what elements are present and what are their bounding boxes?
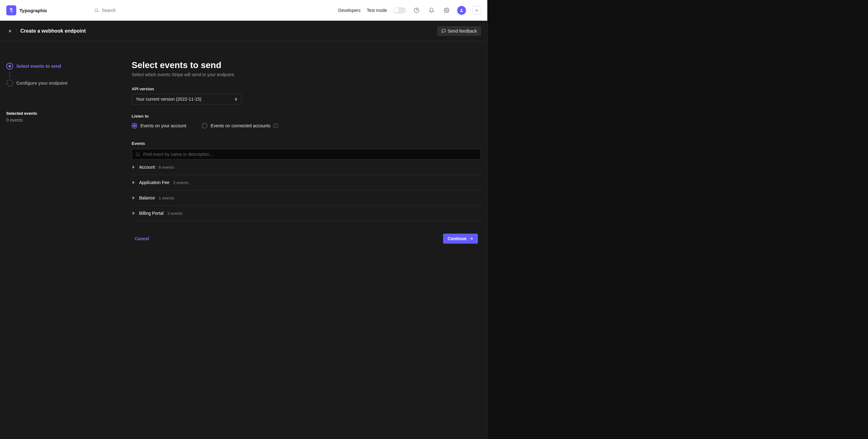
step-select-events[interactable]: Select events to send <box>6 60 132 72</box>
step-connector <box>9 72 10 77</box>
category-count: 3 events <box>167 211 183 216</box>
developers-link[interactable]: Developers <box>338 8 361 13</box>
svg-line-1 <box>97 11 98 12</box>
notifications-button[interactable] <box>427 6 436 15</box>
event-category-billing-portal[interactable]: Billing Portal 3 events <box>132 206 481 221</box>
api-version-value: Your current version (2022-11-15) <box>136 96 202 101</box>
radio-connected-accounts[interactable]: Events on connected accounts i <box>202 123 278 128</box>
continue-button[interactable]: Continue <box>443 234 478 244</box>
svg-point-9 <box>136 153 139 155</box>
add-button[interactable] <box>472 6 481 15</box>
gear-icon <box>444 7 450 13</box>
chat-icon <box>441 29 446 33</box>
svg-point-0 <box>95 9 98 11</box>
test-mode-toggle[interactable] <box>393 7 406 13</box>
continue-label: Continue <box>447 236 467 241</box>
chevron-right-icon <box>132 212 135 215</box>
cancel-button[interactable]: Cancel <box>132 234 152 244</box>
global-search[interactable]: Search <box>94 8 116 13</box>
main-title: Select events to send <box>132 60 481 70</box>
chevron-right-icon <box>132 181 135 184</box>
event-category-application-fee[interactable]: Application Fee 3 events <box>132 175 481 191</box>
radio-label: Events on connected accounts <box>211 123 271 128</box>
radio-your-account[interactable]: Events on your account <box>132 123 186 128</box>
bell-icon <box>429 7 434 13</box>
events-search[interactable] <box>132 149 481 159</box>
selected-events-count: 0 events <box>6 118 132 123</box>
main-subtitle: Select which events Stripe will send to … <box>132 72 481 77</box>
api-version-label: API version <box>132 87 481 91</box>
category-name: Account <box>139 165 155 170</box>
page-header: Create a webhook endpoint Send feedback <box>0 21 487 41</box>
step-indicator-active <box>6 63 13 69</box>
step-indicator-inactive <box>6 80 13 87</box>
chevron-right-icon <box>132 196 135 199</box>
arrow-right-icon <box>469 236 473 241</box>
help-button[interactable] <box>412 6 421 15</box>
svg-point-4 <box>446 10 447 11</box>
radio-unselected-icon <box>202 123 208 128</box>
svg-line-10 <box>139 155 140 156</box>
close-icon <box>8 29 12 33</box>
chevron-right-icon <box>132 166 135 169</box>
right-panel <box>487 0 868 439</box>
category-count: 6 events <box>159 165 174 170</box>
events-search-input[interactable] <box>143 152 477 157</box>
category-name: Application Fee <box>139 180 169 185</box>
divider <box>16 28 17 34</box>
app-logo[interactable]: ¶ <box>6 5 16 16</box>
radio-label: Events on your account <box>141 123 186 128</box>
search-icon <box>136 152 140 156</box>
category-count: 1 events <box>159 196 174 200</box>
sidebar: Select events to send Configure your end… <box>0 41 132 439</box>
step-configure-endpoint[interactable]: Configure your endpoint <box>6 77 132 89</box>
event-category-account[interactable]: Account 6 events <box>132 159 481 175</box>
search-icon <box>94 8 99 12</box>
step-label: Configure your endpoint <box>16 81 67 86</box>
user-avatar[interactable] <box>457 6 466 15</box>
app-name: Typographic <box>20 8 47 13</box>
plus-icon <box>474 8 479 12</box>
person-icon <box>459 8 464 12</box>
category-name: Billing Portal <box>139 211 163 216</box>
category-name: Balance <box>139 195 155 200</box>
radio-selected-icon <box>132 123 137 128</box>
event-category-balance[interactable]: Balance 1 events <box>132 191 481 206</box>
close-button[interactable] <box>6 27 14 35</box>
chevron-up-down-icon <box>235 97 237 101</box>
topbar: ¶ Typographic Search Developers Test mod… <box>0 0 487 21</box>
test-mode-label: Test mode <box>367 8 387 13</box>
info-icon[interactable]: i <box>274 123 278 128</box>
page-title: Create a webhook endpoint <box>20 28 86 34</box>
events-label: Events <box>132 141 481 146</box>
selected-events-section: Selected events 0 events <box>6 111 132 123</box>
search-placeholder: Search <box>102 8 116 13</box>
settings-button[interactable] <box>442 6 451 15</box>
send-feedback-button[interactable]: Send feedback <box>437 26 481 36</box>
listen-to-label: Listen to <box>132 114 481 119</box>
category-count: 3 events <box>173 180 189 185</box>
main-content: Select events to send Select which event… <box>132 41 487 439</box>
selected-events-label: Selected events <box>6 111 132 116</box>
step-label: Select events to send <box>16 64 61 69</box>
feedback-label: Send feedback <box>448 29 477 34</box>
help-icon <box>414 7 419 13</box>
api-version-select[interactable]: Your current version (2022-11-15) <box>132 94 241 105</box>
